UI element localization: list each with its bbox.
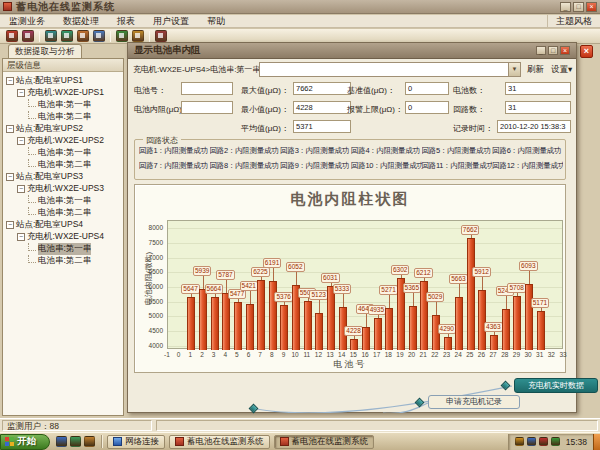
minimize-icon[interactable]: _ [560,2,571,12]
tree-expand-icon[interactable]: − [17,185,25,193]
tree-item[interactable]: 电池串:第一串 [6,147,123,159]
system-tray: 15:38 [508,434,593,450]
dialog-close-icon[interactable]: × [560,46,570,55]
battery-no-field[interactable] [181,82,233,95]
tab-data-analysis[interactable]: 数据提取与分析 [8,44,82,58]
maximize-icon[interactable]: □ [573,2,584,12]
taskbar-button[interactable]: 蓄电池在线监测系统 [169,435,270,449]
tree-item[interactable]: 电池串:第二串 [6,255,123,267]
tree-item[interactable]: 电池串:第一串 [6,243,123,255]
bar-battery-21[interactable] [420,281,428,350]
tree-item[interactable]: 电池串:第一串 [6,195,123,207]
tree-item[interactable]: −充电机:WX2E-UPS3 [6,183,123,195]
bar-battery-4[interactable] [222,293,230,350]
quick-launch-icon[interactable] [70,436,81,447]
close-icon[interactable]: × [586,2,597,12]
bar-battery-12[interactable] [315,313,323,350]
resistance-field[interactable] [181,101,233,114]
bar-battery-20[interactable] [409,306,417,350]
menu-theme-style[interactable]: 主题风格 [547,15,600,28]
menu-item[interactable]: 帮助 [198,16,234,26]
tree-expand-icon[interactable]: − [17,89,25,97]
tree-item[interactable]: 电池串:第二串 [6,207,123,219]
toolbar-alarm-icon[interactable] [6,30,18,42]
bar-battery-23[interactable] [444,337,452,350]
bar-battery-16[interactable] [362,327,370,350]
realtime-data-button[interactable]: 充电机实时数据 [514,378,598,393]
menu-item[interactable]: 报表 [108,16,144,26]
tree-item[interactable]: −站点:配电室UPS1 [6,75,123,87]
alarm-field[interactable]: 0 [405,101,449,114]
toolbar-monitor-icon[interactable] [45,30,57,42]
tree-item[interactable]: −站点:配电室UPS4 [6,219,123,231]
tray-icon[interactable] [515,437,524,446]
workspace-close-icon[interactable]: × [580,45,593,58]
bar-battery-28[interactable] [502,309,510,350]
settings-button[interactable]: 设置▾ [549,63,574,76]
bar-battery-9[interactable] [280,305,288,350]
taskbar-button[interactable]: 蓄电池在线监测系统 [274,435,375,449]
tray-icon[interactable] [527,437,536,446]
tree-item[interactable]: −充电机:WX2E-UPS1 [6,87,123,99]
bar-battery-6[interactable] [246,304,254,350]
bar-battery-18[interactable] [385,308,393,350]
toolbar-exit-icon[interactable] [22,30,34,42]
tree-expand-icon[interactable]: − [6,77,14,85]
toolbar-history-icon[interactable] [93,30,105,42]
start-button[interactable]: 开始 [0,434,50,450]
tree-expand-icon[interactable]: − [6,221,14,229]
toolbar-data-icon[interactable] [77,30,89,42]
dialog-minimize-icon[interactable]: _ [536,46,546,55]
bar-battery-1[interactable] [187,297,195,350]
tray-icon[interactable] [539,437,548,446]
menu-item[interactable]: 监测业务 [0,16,54,26]
toolbar-user-icon[interactable] [132,30,144,42]
toolbar-analysis-icon[interactable] [61,30,73,42]
quick-launch-icon[interactable] [56,436,67,447]
dialog-maximize-icon[interactable]: □ [548,46,558,55]
bar-battery-26[interactable] [478,290,486,350]
tree-item[interactable]: −站点:配电室UPS2 [6,123,123,135]
tree-item[interactable]: 电池串:第二串 [6,111,123,123]
taskbar-button-label: 蓄电池在线监测系统 [187,436,264,448]
bar-battery-5[interactable] [234,302,242,350]
bar-battery-2[interactable] [199,289,207,350]
bar-battery-3[interactable] [211,297,219,350]
string-selector-combo[interactable]: ▼ [259,62,521,77]
bar-battery-15[interactable] [350,339,358,350]
toolbar-report-icon[interactable] [116,30,128,42]
bar-battery-7[interactable] [257,280,265,350]
tree-expand-icon[interactable]: − [17,137,25,145]
tree-item-label: 站点:配电室UPS4 [16,219,83,231]
menu-item[interactable]: 数据处理 [54,16,108,26]
bar-battery-17[interactable] [374,318,382,350]
tree-expand-icon[interactable]: − [17,233,25,241]
quick-launch-icon[interactable] [84,436,95,447]
bar-battery-13[interactable] [327,286,335,350]
tree-item[interactable]: −站点:配电室UPS3 [6,171,123,183]
refresh-button[interactable]: 刷新 [525,63,546,76]
bar-value-label: 4363 [484,322,502,332]
charger-records-button[interactable]: 申请充电机记录 [428,395,520,409]
toolbar-tool-icon[interactable] [155,30,167,42]
base-field[interactable]: 0 [405,82,449,95]
bar-battery-31[interactable] [537,311,545,350]
bar-battery-25[interactable] [467,238,475,350]
bar-battery-27[interactable] [490,335,498,350]
tree-expand-icon[interactable]: − [6,173,14,181]
menu-item[interactable]: 用户设置 [144,16,198,26]
taskbar-button[interactable]: 网络连接 [107,435,165,449]
bar-battery-24[interactable] [455,297,463,350]
tree-item[interactable]: −充电机:WX2E-UPS4 [6,231,123,243]
tree-item[interactable]: 电池串:第二串 [6,159,123,171]
bar-battery-29[interactable] [513,296,521,350]
tray-icon[interactable] [551,437,560,446]
tree-item[interactable]: 电池串:第一串 [6,99,123,111]
tree-item[interactable]: −充电机:WX2E-UPS2 [6,135,123,147]
bar-battery-11[interactable] [304,301,312,350]
show-desktop-strip[interactable] [593,434,600,450]
chevron-down-icon[interactable]: ▼ [508,63,520,76]
bar-battery-30[interactable] [525,284,533,350]
loop-status-list: 回路1：内阻测量成功回路2：内阻测量成功回路3：内阻测量成功回路4：内阻测量成功… [139,146,563,171]
tree-expand-icon[interactable]: − [6,125,14,133]
